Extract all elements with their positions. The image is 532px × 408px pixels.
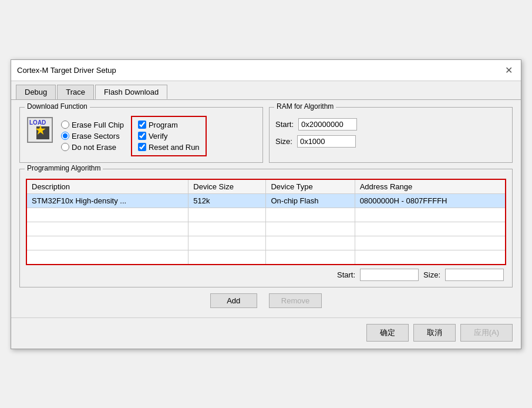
checkbox-reset-and-run-input[interactable] [138, 143, 146, 151]
radio-erase-sectors-input[interactable] [61, 132, 69, 140]
window-title: Cortex-M Target Driver Setup [17, 66, 116, 75]
ram-start-row: Start: [275, 118, 506, 131]
table-row-empty-2 [26, 222, 506, 236]
ram-start-input[interactable] [298, 118, 357, 131]
radio-erase-sectors[interactable]: Erase Sectors [61, 132, 124, 141]
checkbox-reset-and-run[interactable]: Reset and Run [138, 143, 200, 152]
ok-button[interactable]: 确定 [366, 324, 409, 342]
ram-size-input[interactable] [297, 135, 356, 148]
checkbox-program-input[interactable] [138, 121, 146, 129]
alg-size-input[interactable] [445, 269, 504, 281]
radio-erase-sectors-label: Erase Sectors [72, 132, 120, 141]
radio-do-not-erase-input[interactable] [61, 143, 69, 151]
load-icon-container: LOAD [26, 116, 54, 144]
cell-description: STM32F10x High-density ... [26, 193, 188, 208]
col-device-size: Device Size [188, 179, 266, 194]
checkbox-program-label: Program [149, 121, 178, 129]
cancel-button[interactable]: 取消 [413, 324, 456, 342]
tab-trace[interactable]: Trace [57, 85, 94, 99]
checkbox-group: Program Verify Reset and Run [131, 116, 207, 156]
download-function-title: Download Function [25, 102, 90, 111]
checkbox-reset-and-run-label: Reset and Run [149, 143, 200, 152]
close-button[interactable]: ✕ [503, 65, 515, 76]
bottom-section: Start: Size: [26, 269, 506, 281]
cell-address-range: 08000000H - 0807FFFFH [355, 193, 506, 208]
radio-do-not-erase[interactable]: Do not Erase [61, 143, 124, 152]
action-buttons: Add Remove [19, 293, 513, 308]
programming-algorithm-title: Programming Algorithm [25, 164, 103, 172]
table-row-empty-1 [26, 208, 506, 222]
tab-flash-download[interactable]: Flash Download [95, 85, 167, 99]
chip-icon [36, 126, 49, 139]
cell-device-size: 512k [188, 193, 266, 208]
radio-erase-full-chip-label: Erase Full Chip [72, 121, 124, 129]
checkbox-program[interactable]: Program [138, 121, 200, 129]
algorithm-table: Description Device Size Device Type Addr… [26, 179, 506, 265]
download-function-group: Download Function LOAD Erase [19, 107, 263, 163]
checkbox-verify[interactable]: Verify [138, 132, 200, 141]
table-header-row: Description Device Size Device Type Addr… [26, 179, 506, 194]
alg-start-label: Start: [337, 270, 355, 279]
col-description: Description [26, 179, 188, 194]
apply-button[interactable]: 应用(A) [460, 324, 513, 342]
alg-start-input[interactable] [360, 269, 419, 281]
ram-algorithm-group: RAM for Algorithm Start: Size: [269, 107, 513, 163]
alg-size-label: Size: [423, 270, 440, 279]
ram-size-label: Size: [275, 137, 292, 146]
radio-group: Erase Full Chip Erase Sectors Do not Era… [61, 116, 124, 156]
ram-algorithm-title: RAM for Algorithm [274, 102, 336, 111]
radio-erase-full-chip[interactable]: Erase Full Chip [61, 121, 124, 129]
table-row-empty-3 [26, 236, 506, 250]
remove-button[interactable]: Remove [269, 293, 322, 308]
chip-star [35, 125, 46, 136]
empty-cell [26, 236, 188, 250]
col-device-type: Device Type [266, 179, 355, 194]
footer-buttons: 确定 取消 应用(A) [11, 317, 521, 349]
top-row: Download Function LOAD Erase [19, 107, 513, 169]
radio-do-not-erase-label: Do not Erase [72, 143, 116, 152]
main-content: Download Function LOAD Erase [11, 100, 521, 315]
title-bar: Cortex-M Target Driver Setup ✕ [11, 60, 521, 81]
ram-size-row: Size: [275, 135, 506, 148]
load-icon: LOAD [27, 117, 53, 143]
programming-algorithm-group: Programming Algorithm Description Device… [19, 169, 513, 287]
alg-start-size-row: Start: Size: [337, 269, 504, 281]
ram-inner: Start: Size: [275, 112, 506, 148]
empty-cell [26, 208, 188, 222]
prog-alg-content: Description Device Size Device Type Addr… [26, 174, 506, 281]
checkbox-verify-label: Verify [149, 132, 168, 141]
empty-cell [26, 250, 188, 265]
tab-debug[interactable]: Debug [16, 85, 56, 99]
df-inner: LOAD Erase Full Chip [26, 112, 257, 156]
main-window: Cortex-M Target Driver Setup ✕ Debug Tra… [11, 59, 521, 349]
add-button[interactable]: Add [210, 293, 257, 308]
empty-cell [26, 222, 188, 236]
checkbox-verify-input[interactable] [138, 132, 146, 140]
cell-device-type: On-chip Flash [266, 193, 355, 208]
col-address-range: Address Range [355, 179, 506, 194]
ram-start-label: Start: [275, 120, 294, 129]
table-row[interactable]: STM32F10x High-density ... 512k On-chip … [26, 193, 506, 208]
table-row-empty-4 [26, 250, 506, 265]
radio-erase-full-chip-input[interactable] [61, 121, 69, 129]
load-text: LOAD [29, 119, 46, 126]
tab-bar: Debug Trace Flash Download [11, 81, 521, 100]
